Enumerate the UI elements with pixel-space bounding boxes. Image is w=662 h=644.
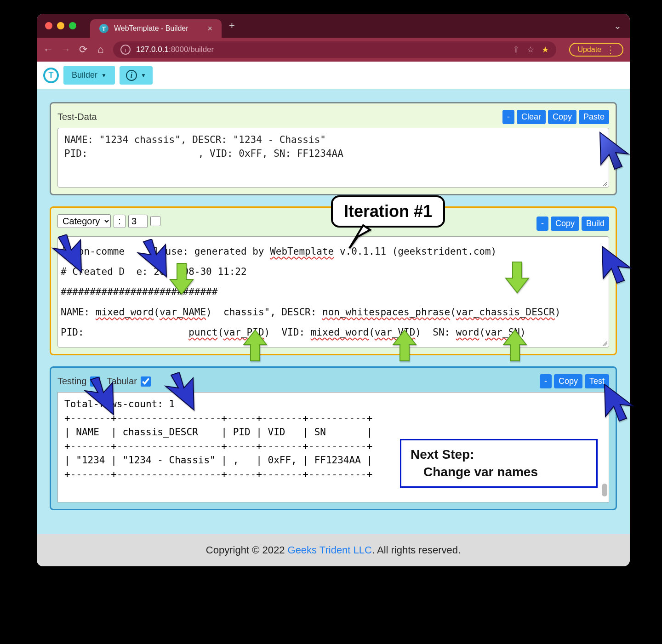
close-window-button[interactable] xyxy=(45,22,52,29)
maximize-window-button[interactable] xyxy=(69,22,76,29)
back-icon[interactable]: ← xyxy=(43,44,53,56)
new-tab-button[interactable]: + xyxy=(229,20,235,32)
cursor-arrow xyxy=(595,129,634,170)
builder-dropdown[interactable]: Builder ▼ xyxy=(63,66,115,85)
info-dropdown[interactable]: i ▼ xyxy=(120,66,153,85)
green-arrow-up xyxy=(241,329,269,363)
minimize-window-button[interactable] xyxy=(57,22,64,29)
site-info-icon[interactable]: i xyxy=(120,45,131,55)
cursor-arrow xyxy=(161,372,200,414)
app-toolbar: T Builder ▼ i ▼ xyxy=(37,62,630,89)
cursor-arrow xyxy=(600,381,639,422)
caret-down-icon: ▼ xyxy=(141,72,146,79)
url-host: 127.0.0.1 xyxy=(136,45,169,54)
green-arrow-down xyxy=(168,261,195,296)
tab-title: WebTemplate - Builder xyxy=(114,24,188,33)
callout-tail xyxy=(345,223,382,251)
colon-field[interactable] xyxy=(114,215,126,228)
next-step-line2: Change var names xyxy=(411,463,587,481)
minus-button[interactable]: - xyxy=(502,110,514,124)
cursor-arrow xyxy=(133,239,172,280)
category-select[interactable]: Category xyxy=(57,214,111,228)
scrollbar-thumb[interactable] xyxy=(602,484,607,496)
footer-suffix: . All rights reserved. xyxy=(372,544,461,556)
copy-button[interactable]: Copy xyxy=(551,217,579,231)
copy-button[interactable]: Copy xyxy=(548,110,576,124)
browser-tab[interactable]: T WebTemplate - Builder × xyxy=(90,19,222,38)
star-outline-icon[interactable]: ☆ xyxy=(527,45,534,55)
tabular-checkbox[interactable] xyxy=(141,376,151,387)
window-titlebar: T WebTemplate - Builder × + ⌄ xyxy=(37,14,630,38)
update-button[interactable]: Update ⋮ xyxy=(569,43,623,57)
traffic-lights xyxy=(45,22,76,29)
testing-panel: Testing Tabular - Copy Test Total-rows-c… xyxy=(50,366,617,510)
next-step-box: Next Step: Change var names xyxy=(400,439,598,488)
build-button[interactable]: Build xyxy=(582,217,609,231)
footer-link[interactable]: Geeks Trident LLC xyxy=(288,544,372,556)
url-text: 127.0.0.1:8000/builder xyxy=(136,45,214,54)
update-label: Update xyxy=(577,46,601,54)
cursor-arrow xyxy=(598,243,637,284)
test-data-title: Test-Data xyxy=(57,112,97,122)
copy-button[interactable]: Copy xyxy=(554,374,582,388)
template-checkbox[interactable] xyxy=(150,216,160,226)
url-path: /builder xyxy=(188,45,214,54)
home-icon[interactable]: ⌂ xyxy=(96,44,106,56)
footer-prefix: Copyright © 2022 xyxy=(206,544,288,556)
browser-toolbar: ← → ⟳ ⌂ i 127.0.0.1:8000/builder ⇧ ☆ ★ U… xyxy=(37,38,630,62)
test-data-panel: Test-Data - Clear Copy Paste NAME: "1234… xyxy=(50,102,617,195)
next-step-line1: Next Step: xyxy=(411,446,587,463)
info-icon: i xyxy=(126,70,137,81)
share-icon[interactable]: ⇧ xyxy=(513,45,519,55)
green-arrow-up xyxy=(391,329,418,363)
test-data-textarea[interactable]: NAME: "1234 chassis", DESCR: "1234 - Cha… xyxy=(57,128,609,188)
minus-button[interactable]: - xyxy=(540,374,552,388)
cursor-arrow xyxy=(80,377,120,418)
paste-button[interactable]: Paste xyxy=(579,110,609,124)
cursor-arrow xyxy=(48,234,87,276)
green-arrow-down xyxy=(503,260,531,294)
app-logo-icon: T xyxy=(43,68,59,83)
builder-label: Builder xyxy=(72,70,97,80)
url-port: :8000 xyxy=(169,45,188,54)
caret-down-icon: ▼ xyxy=(101,72,107,79)
address-bar[interactable]: i 127.0.0.1:8000/builder ⇧ ☆ ★ xyxy=(113,41,556,58)
tab-favicon: T xyxy=(99,24,108,33)
template-panel: Category - Copy Build # Non-comme l use:… xyxy=(50,206,617,355)
star-filled-icon[interactable]: ★ xyxy=(542,45,549,55)
tab-overflow-icon[interactable]: ⌄ xyxy=(614,20,622,31)
reload-icon[interactable]: ⟳ xyxy=(78,44,88,56)
minus-button[interactable]: - xyxy=(536,217,548,231)
tab-close-icon[interactable]: × xyxy=(208,24,213,34)
footer: Copyright © 2022 Geeks Trident LLC. All … xyxy=(37,534,630,566)
forward-icon[interactable]: → xyxy=(61,44,71,56)
clear-button[interactable]: Clear xyxy=(517,110,546,124)
green-arrow-up xyxy=(501,329,529,363)
number-input[interactable] xyxy=(128,215,148,228)
